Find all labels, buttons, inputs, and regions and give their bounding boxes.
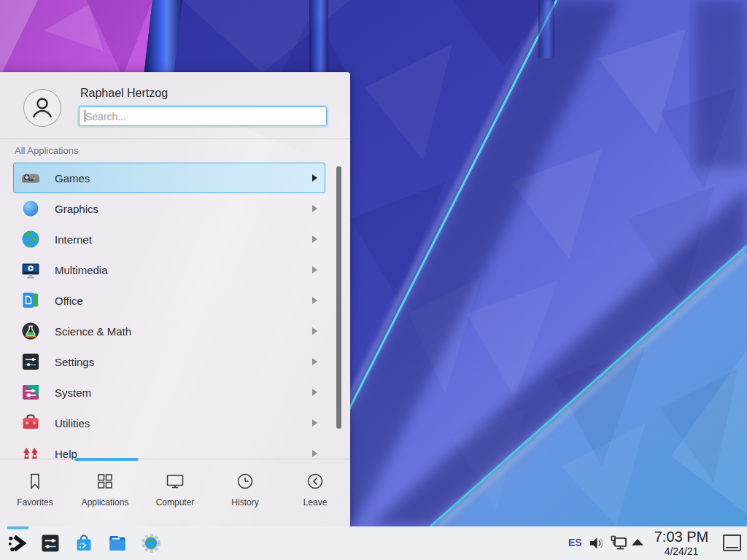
launcher-tabbar: Favorites Applications C: [0, 459, 350, 526]
dolphin-file-manager-button[interactable]: [107, 533, 128, 553]
app-label: System: [55, 386, 312, 399]
app-label: Science & Math: [55, 325, 312, 338]
app-row-system[interactable]: System: [13, 377, 325, 408]
monitor-play-icon: [20, 259, 42, 281]
app-label: Internet: [55, 233, 312, 246]
documents-icon: [20, 289, 42, 311]
tab-computer[interactable]: Computer: [140, 459, 210, 526]
tab-favorites[interactable]: Favorites: [0, 459, 70, 526]
app-row-multimedia[interactable]: Multimedia: [13, 254, 325, 285]
tab-label: Computer: [156, 497, 195, 508]
text-caret: [85, 110, 85, 122]
show-desktop-button[interactable]: [723, 534, 741, 551]
app-row-games[interactable]: Games: [13, 163, 325, 193]
app-row-settings[interactable]: Settings: [13, 346, 325, 377]
sphere-icon: [20, 198, 42, 219]
gamepad-icon: [20, 167, 42, 189]
app-row-science-math[interactable]: Science & Math: [13, 316, 325, 346]
submenu-arrow-icon: [312, 450, 317, 457]
dolphin-icon: [107, 533, 128, 553]
launcher-active-indicator: [7, 526, 28, 529]
app-row-graphics[interactable]: Graphics: [13, 193, 325, 224]
tab-leave[interactable]: Leave: [280, 459, 350, 526]
app-row-internet[interactable]: Internet: [13, 224, 325, 254]
user-avatar[interactable]: [23, 89, 61, 127]
app-label: Graphics: [55, 203, 312, 215]
konqueror-button[interactable]: [141, 533, 161, 553]
tab-label: History: [231, 497, 258, 508]
system-settings-icon: [40, 533, 61, 553]
search-input[interactable]: [79, 106, 327, 126]
app-category-list: Games Graphics: [13, 163, 325, 469]
app-row-office[interactable]: Office: [13, 285, 325, 316]
app-label: Settings: [55, 356, 312, 368]
tab-label: Leave: [303, 497, 328, 508]
bookmark-icon: [26, 470, 44, 492]
submenu-arrow-icon: [312, 266, 317, 273]
app-row-utilities[interactable]: Utilities: [13, 408, 325, 438]
clock-icon: [236, 470, 255, 492]
submenu-arrow-icon: [312, 174, 317, 182]
system-sliders-icon: [20, 381, 42, 403]
discover-icon: [74, 533, 94, 553]
tab-history[interactable]: History: [210, 459, 280, 526]
submenu-arrow-icon: [312, 389, 317, 396]
submenu-arrow-icon: [312, 236, 317, 243]
app-label: Multimedia: [55, 264, 312, 276]
flask-icon: [20, 320, 42, 342]
computer-icon: [166, 470, 185, 492]
sliders-icon: [20, 351, 42, 373]
konqueror-icon: [141, 533, 161, 553]
toolbox-icon: [20, 412, 42, 434]
network-icon[interactable]: [610, 534, 629, 552]
tab-applications[interactable]: Applications: [70, 459, 140, 526]
grid-icon: [96, 470, 115, 492]
submenu-arrow-icon: [312, 327, 317, 335]
application-launcher-popup: Raphael Hertzog All Applications: [0, 72, 350, 526]
clock-date: 4/24/21: [646, 545, 716, 557]
kde-launcher-icon: [7, 533, 28, 553]
list-scrollbar[interactable]: [336, 166, 341, 429]
application-launcher-button[interactable]: [7, 533, 28, 553]
volume-icon[interactable]: [588, 534, 605, 552]
app-label: Games: [55, 172, 312, 184]
header-separator: [0, 139, 350, 139]
discover-button[interactable]: [74, 533, 94, 553]
leave-icon: [306, 470, 325, 492]
active-tab-indicator: [74, 458, 139, 461]
app-label: Office: [55, 295, 312, 307]
section-label: All Applications: [15, 145, 78, 156]
globe-icon: [20, 228, 42, 250]
expand-caret-icon[interactable]: [632, 539, 643, 545]
submenu-arrow-icon: [312, 358, 317, 365]
tab-label: Applications: [82, 497, 129, 508]
submenu-arrow-icon: [312, 297, 317, 304]
submenu-arrow-icon: [312, 205, 317, 212]
taskbar-panel: ES 7:03 PM 4/24/21: [0, 526, 747, 560]
person-icon: [28, 93, 57, 122]
user-name: Raphael Hertzog: [80, 87, 168, 100]
submenu-arrow-icon: [312, 419, 317, 427]
clock-time: 7:03 PM: [646, 528, 716, 545]
app-label: Utilities: [55, 417, 312, 429]
system-settings-button[interactable]: [40, 533, 61, 553]
tab-label: Favorites: [17, 497, 53, 508]
search-field-wrap: [79, 106, 327, 126]
digital-clock[interactable]: 7:03 PM 4/24/21: [646, 528, 716, 557]
keyboard-layout-indicator[interactable]: ES: [568, 537, 582, 548]
